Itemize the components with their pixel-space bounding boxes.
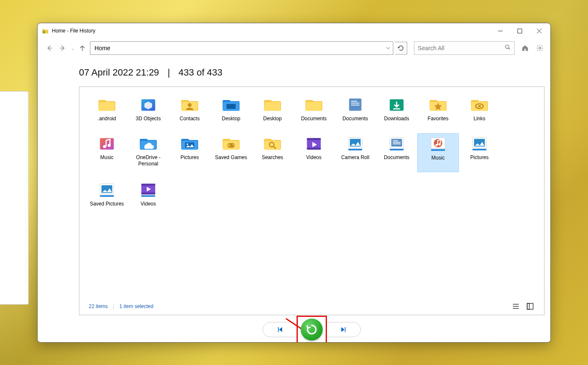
maximize-button[interactable]: [510, 24, 529, 38]
address-dropdown[interactable]: [384, 42, 393, 54]
address-bar[interactable]: Home: [90, 41, 393, 55]
item-count: 22 items: [89, 303, 108, 309]
item-label: Links: [474, 116, 485, 122]
folder-item[interactable]: Desktop: [252, 95, 293, 133]
item-label: Documents: [301, 116, 327, 122]
selection-count: 1 item selected: [119, 303, 153, 309]
item-label: Music: [431, 155, 444, 161]
close-button[interactable]: [529, 24, 549, 38]
recent-dropdown[interactable]: ⌄: [71, 46, 74, 51]
icons-view-button[interactable]: [525, 302, 535, 311]
folder-icon: [262, 95, 283, 114]
previous-version-button[interactable]: [263, 322, 297, 337]
item-label: Favorites: [427, 116, 448, 122]
item-label: Videos: [306, 154, 321, 161]
folder-item[interactable]: Pictures: [169, 133, 210, 172]
folder-item[interactable]: Downloads: [376, 95, 417, 133]
svg-rect-5: [527, 303, 529, 309]
item-label: Music: [100, 154, 113, 161]
desktop-background: Home - File History ⌄ Home: [0, 0, 588, 365]
nav-toolbar: ⌄ Home: [38, 38, 550, 58]
background-panel: [0, 91, 29, 305]
item-label: OneDrive - Personal: [129, 154, 168, 167]
minimize-button[interactable]: [490, 24, 510, 38]
folder-item[interactable]: Videos: [293, 133, 335, 172]
app-icon: [42, 27, 49, 34]
folder-item[interactable]: Videos: [128, 180, 169, 219]
folder-item[interactable]: OneDrive - Personal: [128, 133, 169, 180]
snapshot-position: 433 of 433: [179, 67, 223, 78]
onedrive-icon: [138, 134, 159, 153]
3d-icon: [138, 95, 159, 114]
svg-point-2: [506, 45, 509, 49]
games-icon: [220, 134, 242, 153]
favorites-icon: [427, 95, 449, 114]
item-label: Contacts: [180, 116, 199, 122]
home-icon[interactable]: [520, 43, 529, 53]
status-bar: 22 items | 1 item selected: [86, 300, 537, 312]
up-button[interactable]: [77, 42, 88, 54]
svg-rect-1: [517, 29, 522, 33]
item-label: Saved Pictures: [90, 201, 124, 207]
folder-item[interactable]: Music: [86, 133, 128, 172]
next-version-button[interactable]: [326, 322, 361, 337]
item-label: 3D Objects: [136, 116, 161, 122]
item-label: Videos: [141, 201, 156, 207]
item-label: Camera Roll: [341, 154, 370, 161]
folder-item[interactable]: Documents: [293, 95, 335, 133]
item-label: Saved Games: [215, 154, 247, 161]
folder-item[interactable]: .android: [86, 95, 128, 133]
contacts-icon: [179, 95, 200, 114]
music-icon: [96, 134, 117, 153]
forward-button[interactable]: [57, 42, 68, 54]
folder-item[interactable]: Pictures: [459, 133, 500, 172]
folder-item[interactable]: Saved Pictures: [86, 180, 128, 226]
titlebar[interactable]: Home - File History: [38, 23, 550, 38]
item-label: Documents: [343, 116, 368, 122]
folder-item[interactable]: Desktop: [210, 95, 252, 133]
folder-item[interactable]: Documents: [376, 133, 417, 172]
lib-videos-icon: [138, 181, 159, 199]
search-input[interactable]: [418, 45, 505, 51]
links-icon: [469, 95, 490, 114]
folder-item[interactable]: Music: [417, 133, 459, 172]
back-button[interactable]: [44, 42, 55, 54]
lib-music-icon: [427, 135, 449, 153]
folder-icon: [96, 95, 117, 114]
folder-item[interactable]: Searches: [252, 133, 293, 172]
item-label: .android: [98, 116, 116, 122]
address-text: Home: [90, 45, 384, 51]
searches-icon: [262, 134, 283, 153]
docs-icon: [345, 95, 366, 114]
window-title: Home - File History: [52, 28, 95, 34]
content-area: 07 April 2022 21:29 | 433 of 433 .androi…: [38, 58, 550, 342]
item-label: Desktop: [263, 116, 282, 122]
lib-docs-icon: [386, 134, 407, 153]
folder-item[interactable]: Links: [459, 95, 500, 133]
item-label: Desktop: [222, 116, 240, 122]
folder-item[interactable]: Contacts: [169, 95, 210, 133]
item-label: Downloads: [384, 116, 409, 122]
folder-icon: [303, 95, 324, 114]
folder-item[interactable]: 3D Objects: [128, 95, 169, 133]
item-label: Documents: [384, 154, 410, 161]
downloads-icon: [386, 95, 407, 114]
folder-item[interactable]: Favorites: [417, 95, 459, 133]
snapshot-header: 07 April 2022 21:29 | 433 of 433: [79, 67, 544, 78]
file-area[interactable]: .android3D ObjectsContactsDesktopDesktop…: [79, 87, 544, 315]
folder-item[interactable]: Camera Roll: [335, 133, 376, 180]
details-view-button[interactable]: [511, 302, 520, 311]
refresh-button[interactable]: [395, 42, 407, 54]
search-box[interactable]: [414, 41, 514, 55]
svg-point-3: [539, 47, 541, 49]
folder-item[interactable]: Saved Games: [210, 133, 252, 180]
lib-pictures-icon: [96, 181, 117, 199]
snapshot-timestamp: 07 April 2022 21:29: [79, 67, 159, 78]
restore-button[interactable]: [301, 319, 323, 341]
search-icon: [505, 44, 511, 52]
pictures-icon: [179, 134, 200, 153]
item-label: Pictures: [470, 154, 488, 161]
item-label: Searches: [262, 154, 283, 161]
gear-icon[interactable]: [536, 43, 544, 53]
folder-item[interactable]: Documents: [335, 95, 376, 133]
